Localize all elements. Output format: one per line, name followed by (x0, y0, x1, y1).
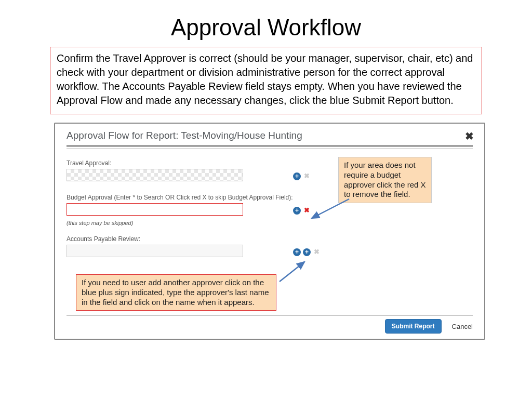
divider (66, 315, 473, 316)
remove-icon: ✖ (313, 248, 321, 256)
plus-icon[interactable]: + (293, 207, 301, 215)
divider (66, 149, 473, 149)
plus-icon[interactable]: + (293, 248, 301, 256)
plus-icon[interactable]: + (293, 172, 301, 180)
accounts-payable-input[interactable] (66, 245, 243, 257)
remove-icon[interactable]: ✖ (303, 207, 311, 215)
dialog-title: Approval Flow for Report: Test-Moving/Ho… (66, 129, 473, 144)
accounts-payable-row: Accounts Payable Review: + + ✖ (66, 235, 473, 257)
remove-icon: ✖ (303, 172, 311, 180)
accounts-payable-label: Accounts Payable Review: (66, 235, 473, 243)
cancel-button[interactable]: Cancel (452, 323, 473, 330)
page-title: Approval Workflow (0, 0, 532, 47)
skip-note: (this step may be skipped) (66, 220, 473, 226)
submit-report-button[interactable]: Submit Report (385, 319, 442, 334)
plus-icon[interactable]: + (303, 248, 311, 256)
callout-budget-x: If your area does not require a budget a… (338, 157, 432, 203)
callout-add-approver: If you need to user add another approver… (76, 274, 276, 311)
instruction-box: Confirm the Travel Approver is correct (… (50, 47, 482, 114)
budget-approval-input[interactable] (66, 203, 243, 216)
arrow-icon (277, 259, 314, 285)
travel-approval-input[interactable] (66, 169, 243, 181)
divider (66, 145, 473, 147)
approval-dialog-screenshot: Approval Flow for Report: Test-Moving/Ho… (54, 123, 485, 340)
close-icon[interactable]: ✖ (465, 130, 474, 142)
svg-line-1 (280, 262, 304, 282)
